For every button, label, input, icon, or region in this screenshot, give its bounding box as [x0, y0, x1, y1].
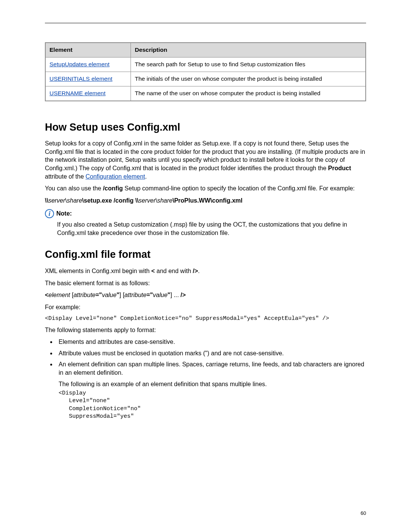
table-row: USERNAME element The name of the user on…	[45, 86, 366, 101]
fmt: <	[45, 292, 48, 298]
fmt: "	[116, 292, 119, 298]
element-format: <element [attribute="value"] [attribute=…	[45, 291, 366, 299]
text: Setup looks for a copy of Config.xml in …	[45, 140, 365, 171]
text-bold: /config	[103, 185, 123, 192]
paragraph: XML elements in Config.xml begin with < …	[45, 267, 366, 275]
format-bullets: Elements and attributes are case-sensiti…	[45, 338, 366, 420]
text: attribute of the	[45, 173, 86, 180]
text-bold: />	[193, 268, 198, 274]
page-number: 60	[361, 510, 366, 517]
td-desc: The search path for Setup to use to find…	[131, 57, 366, 72]
th-element: Element	[45, 43, 131, 57]
link-username[interactable]: USERNAME element	[49, 90, 105, 96]
heading-config-file-format: Config.xml file format	[45, 248, 366, 261]
text: and end with	[155, 268, 193, 274]
top-rule	[45, 23, 366, 23]
paragraph: The basic element format is as follows:	[45, 279, 366, 288]
fmt: value	[153, 292, 167, 298]
text: XML elements in Config.xml begin with	[45, 268, 151, 274]
fmt: />	[180, 292, 186, 298]
cmd-part: share	[67, 197, 82, 204]
command-line: \\server\share\setup.exe /config \\serve…	[45, 197, 366, 205]
cmd-part: server	[139, 197, 155, 204]
td-desc: The initials of the user on whose comput…	[131, 72, 366, 86]
fmt: [	[70, 292, 73, 298]
page: Element Description SetupUpdates element…	[0, 0, 411, 532]
th-description: Description	[131, 43, 366, 57]
fmt: element	[48, 292, 70, 298]
table-row: SetupUpdates element The search path for…	[45, 57, 366, 72]
cmd-part: \\	[45, 197, 48, 204]
text: .	[198, 268, 199, 274]
link-userinitials[interactable]: USERINITIALS element	[49, 75, 112, 82]
table-row: USERINITIALS element The initials of the…	[45, 72, 366, 86]
fmt: value	[102, 292, 116, 298]
text-bold: Product	[328, 165, 351, 171]
fmt: ="	[147, 292, 153, 298]
paragraph: The following statements apply to format…	[45, 326, 366, 334]
info-icon: i	[45, 209, 54, 218]
note-label: Note:	[56, 209, 72, 218]
code-example-2: <Display Level="none" CompletionNotice="…	[59, 390, 366, 420]
cmd-part: \ProPlus.WW\config.xml	[172, 197, 242, 204]
note-body: If you also created a Setup customizatio…	[57, 220, 366, 237]
cmd-part: share	[157, 197, 172, 204]
text-bold: <	[151, 268, 155, 274]
list-item: An element definition can span multiple …	[56, 360, 366, 420]
paragraph: Setup looks for a copy of Config.xml in …	[45, 139, 366, 181]
text: You can also use the	[45, 185, 103, 192]
fmt: "	[167, 292, 170, 298]
list-item: Attribute values must be enclosed in quo…	[56, 349, 366, 358]
elements-table: Element Description SetupUpdates element…	[45, 42, 366, 101]
code-example-1: <Display Level="none" CompletionNotice="…	[45, 315, 366, 323]
heading-how-setup-uses-config: How Setup uses Config.xml	[45, 120, 366, 134]
fmt: attribute	[73, 292, 96, 298]
list-item: Elements and attributes are case-sensiti…	[56, 338, 366, 346]
cmd-part: server	[48, 197, 65, 204]
fmt: attribute	[124, 292, 147, 298]
cmd-part: \setup.exe /config \\	[82, 197, 139, 204]
text: .	[145, 173, 147, 180]
fmt: ] [	[119, 292, 124, 298]
text: Setup command-line option to specify the…	[123, 185, 355, 192]
text: An element definition can span multiple …	[59, 361, 364, 376]
note-header: i Note:	[45, 209, 366, 218]
text: The following is an example of an elemen…	[59, 380, 366, 388]
fmt: ] ...	[170, 292, 181, 298]
link-setupupdates[interactable]: SetupUpdates element	[49, 61, 110, 67]
paragraph: For example:	[45, 303, 366, 312]
fmt: ="	[96, 292, 102, 298]
paragraph: You can also use the /config Setup comma…	[45, 184, 366, 193]
link-configuration-element[interactable]: Configuration element	[86, 173, 145, 180]
td-desc: The name of the user on whose computer t…	[131, 86, 366, 101]
